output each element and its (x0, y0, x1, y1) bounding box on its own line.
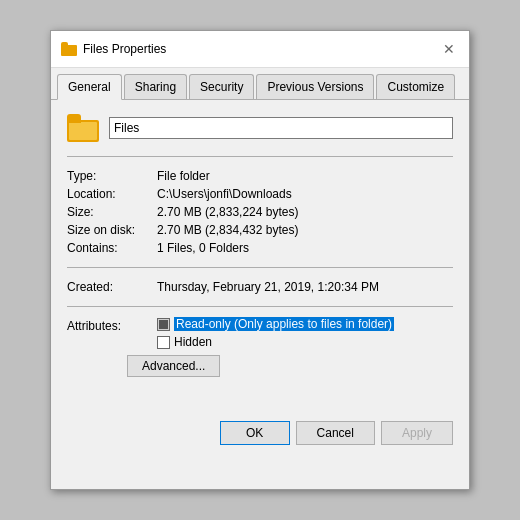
folder-icon-large (67, 114, 99, 142)
prop-value-contains: 1 Files, 0 Folders (157, 239, 453, 257)
table-row: Type: File folder (67, 167, 453, 185)
hidden-row: Hidden (157, 335, 394, 349)
prop-value-size: 2.70 MB (2,833,224 bytes) (157, 203, 453, 221)
created-label: Created: (67, 278, 157, 296)
tab-bar: General Sharing Security Previous Versio… (51, 68, 469, 100)
table-row: Location: C:\Users\jonfi\Downloads (67, 185, 453, 203)
readonly-label: Read-only (Only applies to files in fold… (174, 317, 394, 331)
dialog-footer: OK Cancel Apply (51, 411, 469, 459)
tab-customize[interactable]: Customize (376, 74, 455, 99)
attributes-label: Attributes: (67, 317, 157, 333)
prop-label-size: Size: (67, 203, 157, 221)
table-row: Size on disk: 2.70 MB (2,834,432 bytes) (67, 221, 453, 239)
tab-previous-versions[interactable]: Previous Versions (256, 74, 374, 99)
properties-table: Type: File folder Location: C:\Users\jon… (67, 167, 453, 257)
attribute-controls: Read-only (Only applies to files in fold… (157, 317, 394, 353)
table-row: Size: 2.70 MB (2,833,224 bytes) (67, 203, 453, 221)
hidden-checkbox[interactable] (157, 336, 170, 349)
close-button[interactable]: ✕ (439, 39, 459, 59)
prop-label-type: Type: (67, 167, 157, 185)
dialog-title: Files Properties (83, 42, 166, 56)
ok-button[interactable]: OK (220, 421, 290, 445)
divider-1 (67, 156, 453, 157)
readonly-checkbox[interactable] (157, 318, 170, 331)
prop-value-size-on-disk: 2.70 MB (2,834,432 bytes) (157, 221, 453, 239)
advanced-btn-container: Advanced... (127, 355, 453, 377)
files-properties-dialog: Files Properties ✕ General Sharing Secur… (50, 30, 470, 490)
created-row: Created: Thursday, February 21, 2019, 1:… (67, 278, 453, 296)
table-row: Contains: 1 Files, 0 Folders (67, 239, 453, 257)
folder-name-row (67, 114, 453, 142)
tab-content-general: Type: File folder Location: C:\Users\jon… (51, 100, 469, 391)
cancel-button[interactable]: Cancel (296, 421, 375, 445)
attributes-section: Attributes: Read-only (Only applies to f… (67, 317, 453, 377)
divider-3 (67, 306, 453, 307)
hidden-label: Hidden (174, 335, 212, 349)
prop-label-size-on-disk: Size on disk: (67, 221, 157, 239)
created-table: Created: Thursday, February 21, 2019, 1:… (67, 278, 453, 296)
divider-2 (67, 267, 453, 268)
folder-name-input[interactable] (109, 117, 453, 139)
readonly-row: Read-only (Only applies to files in fold… (157, 317, 394, 331)
advanced-button[interactable]: Advanced... (127, 355, 220, 377)
tab-sharing[interactable]: Sharing (124, 74, 187, 99)
tab-security[interactable]: Security (189, 74, 254, 99)
prop-label-location: Location: (67, 185, 157, 203)
title-folder-icon (61, 42, 77, 56)
prop-value-location: C:\Users\jonfi\Downloads (157, 185, 453, 203)
prop-label-contains: Contains: (67, 239, 157, 257)
prop-value-type: File folder (157, 167, 453, 185)
created-value: Thursday, February 21, 2019, 1:20:34 PM (157, 278, 453, 296)
tab-general[interactable]: General (57, 74, 122, 100)
title-bar: Files Properties ✕ (51, 31, 469, 68)
apply-button[interactable]: Apply (381, 421, 453, 445)
